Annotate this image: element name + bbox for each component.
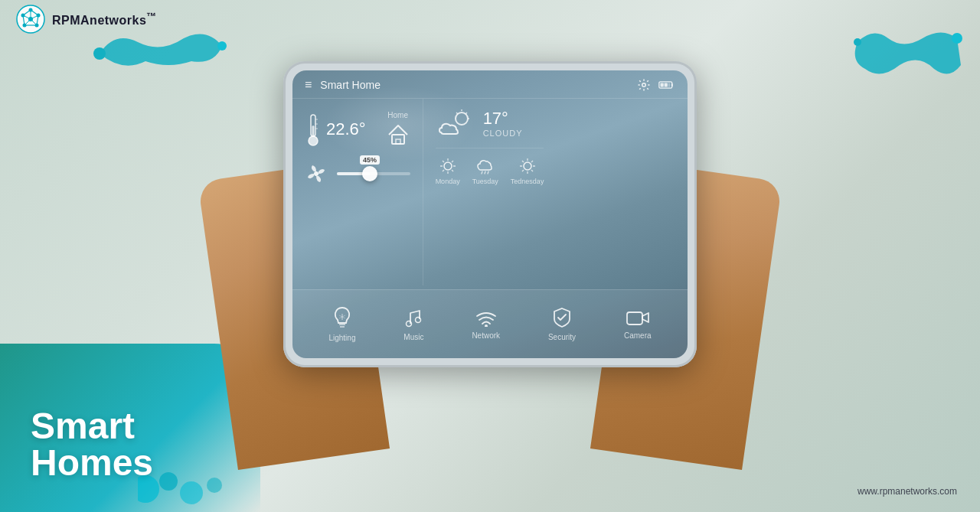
temp-home-section: 22.6° Home: [305, 111, 410, 147]
weather-temp: 17°: [483, 109, 523, 129]
svg-line-60: [531, 161, 533, 162]
svg-rect-24: [661, 83, 664, 86]
lighting-label: Lighting: [328, 334, 355, 342]
forecast-sun2-icon: [519, 158, 536, 174]
svg-line-48: [452, 161, 453, 162]
svg-point-19: [217, 41, 227, 51]
right-panel: 17° CLOUDY: [423, 99, 557, 285]
fan-icon: [305, 162, 328, 185]
svg-rect-70: [627, 312, 642, 324]
music-button[interactable]: Music: [403, 307, 423, 341]
slider-thumb[interactable]: [362, 166, 377, 181]
tablet: ≡ Smart Home: [283, 61, 697, 367]
security-button[interactable]: Security: [548, 307, 576, 341]
logo-area: RPMAnetworks™: [15, 4, 157, 34]
temperature-area: 22.6°: [305, 112, 366, 147]
svg-point-68: [416, 318, 421, 323]
slider-track: [337, 172, 410, 175]
website-url: www.rpmanetworks.com: [858, 486, 957, 497]
svg-line-58: [522, 161, 524, 162]
forecast-tuesday: Tuesday: [472, 158, 498, 185]
logo-icon: [15, 4, 46, 34]
weather-cloud-sun-icon: [436, 108, 474, 139]
thermometer-icon: [305, 112, 322, 147]
svg-line-52: [488, 171, 488, 174]
svg-point-22: [642, 83, 646, 87]
svg-rect-26: [668, 83, 671, 86]
settings-icon[interactable]: [637, 78, 651, 92]
fan-section: 45%: [305, 162, 410, 185]
tablet-screen: ≡ Smart Home: [292, 70, 688, 358]
forecast-rain-icon: [477, 158, 494, 174]
camera-icon: [626, 308, 649, 327]
svg-line-59: [531, 170, 533, 171]
svg-point-21: [854, 38, 861, 46]
fan-slider[interactable]: 45%: [337, 172, 410, 175]
svg-line-39: [466, 113, 467, 114]
camera-button[interactable]: Camera: [624, 308, 652, 340]
weather-description: CLOUDY: [483, 129, 523, 138]
tablet-header-left: ≡ Smart Home: [305, 78, 381, 92]
bottom-bar: Lighting Music: [292, 289, 688, 358]
svg-point-41: [444, 162, 452, 170]
svg-line-40: [456, 113, 458, 114]
svg-point-73: [180, 481, 203, 504]
svg-line-47: [452, 170, 453, 171]
forecast-monday-label: Monday: [436, 178, 460, 185]
music-icon: [404, 307, 423, 328]
svg-line-49: [443, 170, 444, 171]
hands-tablet-container: ≡ Smart Home: [222, 61, 758, 459]
forecast-monday: Monday: [436, 158, 460, 185]
svg-point-69: [485, 324, 488, 327]
network-label: Network: [472, 331, 500, 340]
hamburger-icon[interactable]: ≡: [305, 78, 312, 92]
music-label: Music: [403, 333, 423, 341]
weather-forecast: Monday Tuesday: [436, 158, 544, 185]
svg-point-72: [159, 472, 178, 491]
camera-label: Camera: [624, 331, 652, 340]
forecast-tuesday-label: Tuesday: [472, 178, 498, 185]
svg-rect-28: [312, 126, 315, 137]
security-label: Security: [548, 333, 576, 341]
svg-point-74: [207, 478, 222, 493]
forecast-wednesday-label: Tednesday: [511, 178, 544, 185]
home-area: Home: [386, 111, 410, 147]
svg-point-53: [524, 162, 531, 170]
tablet-app-title: Smart Home: [320, 79, 381, 91]
security-icon: [553, 307, 571, 328]
svg-point-18: [93, 47, 106, 60]
forecast-wednesday: Tednesday: [511, 158, 544, 185]
lighting-icon: [332, 306, 352, 329]
svg-point-35: [314, 171, 318, 176]
svg-line-61: [522, 170, 524, 171]
svg-line-51: [485, 171, 485, 174]
home-label: Home: [387, 111, 408, 119]
tablet-header-right: [637, 78, 675, 92]
wifi-icon: [475, 308, 497, 327]
svg-point-29: [309, 136, 318, 145]
svg-line-46: [443, 161, 444, 162]
brand-tagline: Smart Homes: [31, 408, 153, 481]
network-button[interactable]: Network: [472, 308, 500, 340]
weather-main: 17° CLOUDY: [436, 108, 544, 148]
tagline-line1: Smart: [31, 408, 153, 445]
svg-rect-25: [665, 83, 668, 86]
forecast-sun-icon: [439, 158, 456, 174]
left-panel: 22.6° Home: [292, 99, 423, 285]
temperature-value: 22.6°: [326, 119, 366, 139]
fan-percent: 45%: [360, 155, 380, 165]
header: RPMAnetworks™: [0, 0, 980, 38]
logo-text: RPMAnetworks™: [52, 11, 157, 28]
weather-info: 17° CLOUDY: [483, 109, 523, 138]
home-icon[interactable]: [386, 122, 410, 147]
tablet-header: ≡ Smart Home: [292, 70, 688, 99]
trademark: ™: [146, 11, 157, 22]
lighting-button[interactable]: Lighting: [328, 306, 355, 342]
svg-line-50: [482, 171, 482, 174]
battery-icon[interactable]: [658, 80, 675, 90]
tagline-line2: Homes: [31, 445, 153, 481]
